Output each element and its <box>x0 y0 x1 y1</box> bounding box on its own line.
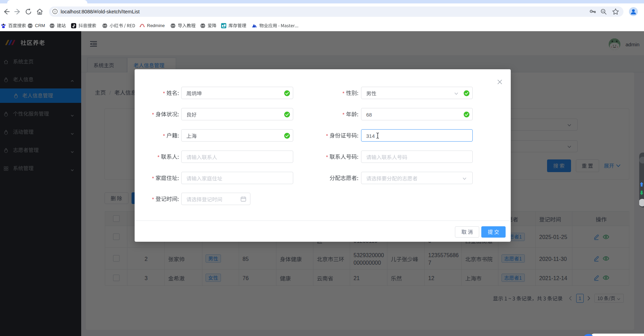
text <box>166 133 179 138</box>
site-info-icon[interactable] <box>51 8 59 15</box>
form-field: * <box>135 69 511 242</box>
bookmark-item[interactable] <box>71 21 96 30</box>
required-asterisk: * <box>326 133 328 139</box>
text <box>57 23 66 28</box>
globe-icon <box>27 23 33 28</box>
text: 68 <box>366 111 372 118</box>
baidu-paw-icon <box>1 23 6 28</box>
field-label: * <box>343 89 358 97</box>
required-asterisk: * <box>343 90 345 96</box>
text: CRM <box>35 23 45 28</box>
home-icon-browser[interactable] <box>36 8 44 17</box>
field-input[interactable] <box>181 151 293 163</box>
chevron-down-icon <box>454 91 459 96</box>
text: Redmine <box>147 23 165 28</box>
calendar-icon <box>240 196 246 202</box>
bookmark-star-icon[interactable] <box>612 8 619 17</box>
text <box>461 229 473 235</box>
text <box>186 133 197 139</box>
globe-icon <box>102 23 108 28</box>
bookmark-item[interactable] <box>221 21 246 30</box>
zoom-icon[interactable] <box>600 8 607 17</box>
bookmark-item[interactable] <box>170 21 196 30</box>
field-label: * <box>158 153 179 160</box>
valid-check-icon <box>463 90 470 96</box>
field-input[interactable] <box>181 172 293 184</box>
bookmark-item[interactable] <box>252 21 298 30</box>
cancel-button[interactable] <box>455 226 479 238</box>
text <box>166 90 179 96</box>
browser-toolbar: localhost:8088/#/old-sketch/ItemList <box>0 3 644 20</box>
browser-window: localhost:8088/#/old-sketch/ItemListCRMR… <box>0 0 644 336</box>
text <box>208 23 216 28</box>
form-field: * <box>135 69 511 242</box>
password-key-icon[interactable] <box>589 8 596 17</box>
field-label: * <box>326 132 358 139</box>
bookmark-item[interactable] <box>49 21 66 30</box>
field-input[interactable] <box>181 108 293 120</box>
address-bar[interactable]: localhost:8088/#/old-sketch/ItemList <box>49 7 623 17</box>
text <box>186 111 197 118</box>
required-asterisk: * <box>152 175 154 181</box>
field-input[interactable]: 314 <box>361 129 473 142</box>
valid-check-icon <box>284 111 290 118</box>
bookmarks-bar: CRMRedmine <box>0 20 644 31</box>
globe-icon <box>200 23 206 28</box>
valid-check-icon <box>284 90 290 96</box>
field-input[interactable] <box>181 87 293 99</box>
field-label: * <box>163 132 179 139</box>
forward-icon[interactable] <box>14 8 22 17</box>
field-input[interactable] <box>361 151 473 163</box>
bookmark-item[interactable]: CRM <box>27 21 45 30</box>
field-select[interactable] <box>361 87 473 99</box>
bookmark-item[interactable] <box>1 21 26 30</box>
text-cursor-icon <box>376 132 380 139</box>
required-asterisk: * <box>326 154 328 160</box>
field-date[interactable] <box>181 193 250 205</box>
form-field: *68 <box>135 69 511 242</box>
bookmark-item[interactable]: Redmine <box>139 21 165 30</box>
text <box>366 175 418 181</box>
corner-popup <box>591 334 644 336</box>
form-field: * <box>135 69 511 242</box>
reload-icon[interactable] <box>25 8 32 17</box>
text <box>346 90 358 96</box>
bookmark-item[interactable] <box>200 21 216 30</box>
text <box>156 196 179 202</box>
required-asterisk: * <box>163 90 165 96</box>
field-input[interactable]: 68 <box>361 108 473 120</box>
text <box>178 23 196 28</box>
required-asterisk: * <box>152 111 154 117</box>
browser-profile-avatar[interactable] <box>629 7 638 16</box>
corner-popup-button[interactable] <box>582 333 595 336</box>
modal-close-icon[interactable] <box>497 79 503 85</box>
field-input[interactable] <box>181 129 293 142</box>
text <box>161 154 179 159</box>
required-asterisk: * <box>158 154 160 160</box>
submit-button[interactable] <box>481 226 506 238</box>
text <box>110 23 135 28</box>
browser-active-tab[interactable] <box>7 0 87 3</box>
side-float-widget[interactable] <box>639 153 644 207</box>
valid-check-icon <box>463 111 470 118</box>
text <box>366 154 407 160</box>
text <box>330 175 358 181</box>
form-field: *314 <box>135 69 511 242</box>
text <box>186 196 222 202</box>
text <box>8 23 26 28</box>
required-asterisk: * <box>343 111 345 117</box>
form-field: * <box>135 69 511 242</box>
text <box>156 111 179 117</box>
field-label: * <box>326 153 358 160</box>
inventory-icon <box>221 23 226 28</box>
text <box>366 90 376 96</box>
globe-icon <box>49 23 55 28</box>
bookmark-item[interactable] <box>102 21 135 30</box>
field-label <box>330 174 358 182</box>
tiktok-icon <box>71 23 76 28</box>
field-select[interactable] <box>361 172 473 184</box>
text <box>186 154 217 160</box>
form-field: * <box>135 69 511 242</box>
web-page: admin / 16851296443200120011012345678900… <box>0 31 644 336</box>
back-icon[interactable] <box>2 8 10 17</box>
